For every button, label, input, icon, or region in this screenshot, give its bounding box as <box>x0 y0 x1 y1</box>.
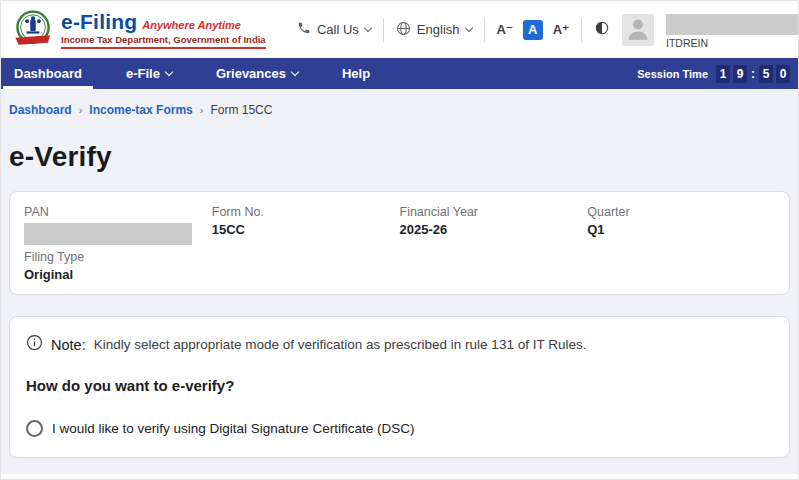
language-label: English <box>417 22 460 37</box>
divider <box>484 18 485 42</box>
nav-label: e-File <box>126 66 160 81</box>
page-title: e-Verify <box>9 141 790 173</box>
call-us-menu[interactable]: Call Us <box>297 21 371 38</box>
person-icon <box>624 14 652 46</box>
brand-subtitle: Income Tax Department, Government of Ind… <box>61 34 266 49</box>
font-increase-button[interactable]: A⁺ <box>553 22 569 37</box>
font-size-controls: A⁻ A A⁺ <box>497 20 570 40</box>
chevron-down-icon <box>464 23 472 31</box>
session-digit: 1 <box>716 65 730 83</box>
dsc-radio[interactable] <box>26 420 43 437</box>
note-row: Note: Kindly select appropriate mode of … <box>26 334 773 355</box>
quarter-value: Q1 <box>587 222 775 237</box>
note-label: Note: <box>51 337 86 353</box>
session-digit: 0 <box>776 65 790 83</box>
nav-label: Dashboard <box>14 66 82 81</box>
contrast-icon <box>594 20 610 39</box>
session-label: Session Time <box>637 68 708 80</box>
brand-title: e-Filing <box>61 10 137 34</box>
everify-question: How do you want to e-verify? <box>26 377 773 394</box>
form-summary-card: PAN Filing Type Original Form No. 15CC F… <box>9 191 790 295</box>
font-normal-button[interactable]: A <box>523 20 543 40</box>
chevron-down-icon <box>291 67 299 75</box>
user-info[interactable]: ITDREIN <box>666 10 798 49</box>
user-id: ITDREIN <box>666 37 798 49</box>
breadcrumb: Dashboard › Income-tax Forms › Form 15CC <box>9 103 790 117</box>
form-no-value: 15CC <box>212 222 400 237</box>
financial-year-label: Financial Year <box>400 205 588 219</box>
contrast-toggle[interactable] <box>594 20 610 39</box>
dsc-option-label: I would like to verify using Digital Sig… <box>52 421 414 436</box>
pan-value-redacted <box>24 223 192 245</box>
divider <box>383 18 384 42</box>
nav-item-dashboard[interactable]: Dashboard <box>3 58 93 89</box>
quarter-field: Quarter Q1 <box>587 205 775 282</box>
breadcrumb-separator: › <box>79 104 83 116</box>
filing-type-label: Filing Type <box>24 250 212 264</box>
session-digit: 5 <box>759 65 773 83</box>
breadcrumb-dashboard[interactable]: Dashboard <box>9 103 72 117</box>
nav-item-efile[interactable]: e-File <box>115 58 183 89</box>
nav-label: Help <box>342 66 370 81</box>
brand-logo: e-Filing Anywhere Anytime Income Tax Dep… <box>11 8 266 52</box>
note-text: Kindly select appropriate mode of verifi… <box>94 337 587 352</box>
phone-icon <box>297 21 311 38</box>
breadcrumb-current: Form 15CC <box>210 103 272 117</box>
verification-card: Note: Kindly select appropriate mode of … <box>9 316 790 458</box>
chevron-down-icon <box>364 23 372 31</box>
nav-item-help[interactable]: Help <box>331 58 381 89</box>
quarter-label: Quarter <box>587 205 775 219</box>
user-avatar[interactable] <box>622 14 654 46</box>
language-menu[interactable]: English <box>396 21 472 39</box>
pan-label: PAN <box>24 205 212 219</box>
globe-icon <box>396 21 411 39</box>
info-icon <box>26 334 43 355</box>
form-no-field: Form No. 15CC <box>212 205 400 282</box>
session-timer: Session Time 1 9 : 5 0 <box>637 58 790 89</box>
bottom-strip <box>1 474 798 479</box>
font-decrease-button[interactable]: A⁻ <box>497 22 513 37</box>
top-header: e-Filing Anywhere Anytime Income Tax Dep… <box>1 1 798 58</box>
header-actions: Call Us English A⁻ A A⁺ <box>297 1 798 58</box>
session-digit: 9 <box>733 65 747 83</box>
chevron-down-icon <box>165 67 173 75</box>
call-us-label: Call Us <box>317 22 359 37</box>
income-tax-emblem-icon <box>11 8 55 52</box>
dsc-option-row[interactable]: I would like to verify using Digital Sig… <box>26 420 773 437</box>
pan-filing-column: PAN Filing Type Original <box>24 205 212 282</box>
breadcrumb-income-tax-forms[interactable]: Income-tax Forms <box>89 103 192 117</box>
filing-type-value: Original <box>24 267 212 282</box>
divider <box>581 18 582 42</box>
nav-label: Grievances <box>216 66 286 81</box>
nav-item-grievances[interactable]: Grievances <box>205 58 309 89</box>
financial-year-field: Financial Year 2025-26 <box>400 205 588 282</box>
user-name-redacted <box>666 14 798 35</box>
brand-tagline: Anywhere Anytime <box>142 19 241 31</box>
brand-text: e-Filing Anywhere Anytime Income Tax Dep… <box>61 10 266 49</box>
breadcrumb-separator: › <box>200 104 204 116</box>
efiling-portal: e-Filing Anywhere Anytime Income Tax Dep… <box>0 0 799 480</box>
main-navbar: Dashboard e-File Grievances Help Session… <box>1 58 798 89</box>
financial-year-value: 2025-26 <box>400 222 588 237</box>
session-colon: : <box>750 65 756 83</box>
form-no-label: Form No. <box>212 205 400 219</box>
page-content: Dashboard › Income-tax Forms › Form 15CC… <box>1 89 798 476</box>
